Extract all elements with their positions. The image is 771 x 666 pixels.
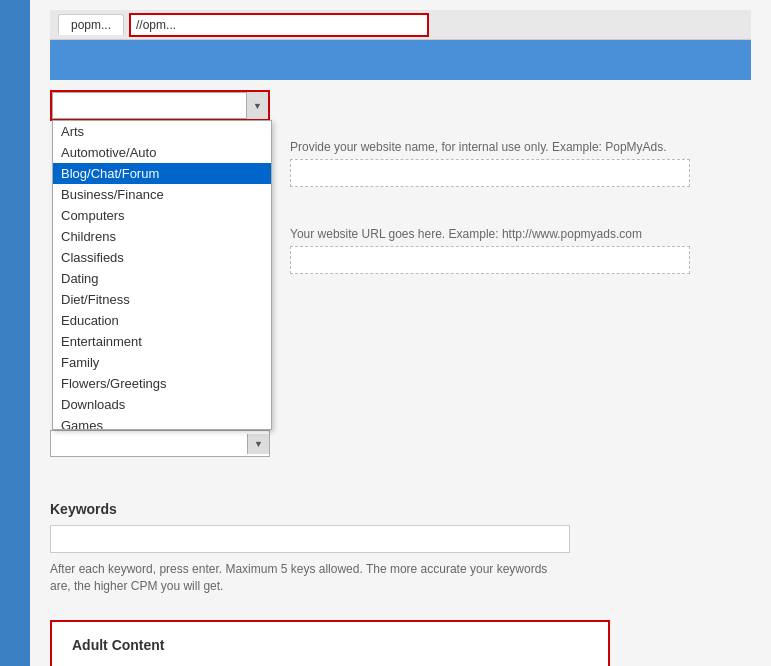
website-url-hint: Your website URL goes here. Example: htt… — [290, 227, 690, 241]
dropdown-option-classifieds[interactable]: Classifieds — [53, 247, 271, 268]
website-url-input-area — [290, 246, 690, 274]
dropdown-option-automotive[interactable]: Automotive/Auto — [53, 142, 271, 163]
category-section: Adult Arts Automotive/Auto Blog/Chat/For… — [50, 90, 751, 121]
secondary-dropdown-input[interactable] — [51, 431, 247, 456]
website-name-hint: Provide your website name, for internal … — [290, 140, 690, 154]
top-header-bar — [50, 40, 751, 80]
keywords-input[interactable] — [50, 525, 570, 553]
secondary-dropdown[interactable]: ▼ — [50, 430, 270, 457]
browser-bar: popm... //opm... — [50, 10, 751, 40]
adult-content-section: Adult Content NO Select if your website … — [50, 620, 610, 666]
dropdown-option-entertainment[interactable]: Entertainment — [53, 331, 271, 352]
keywords-section: Keywords After each keyword, press enter… — [50, 501, 751, 595]
dropdown-option-childrens[interactable]: Childrens — [53, 226, 271, 247]
dropdown-option-business[interactable]: Business/Finance — [53, 184, 271, 205]
secondary-dropdown-arrow[interactable]: ▼ — [247, 434, 269, 454]
sidebar — [0, 0, 30, 666]
dropdown-option-downloads[interactable]: Downloads — [53, 394, 271, 415]
dropdown-option-arts[interactable]: Arts — [53, 121, 271, 142]
dropdown-option-flowers[interactable]: Flowers/Greetings — [53, 373, 271, 394]
dropdown-option-diet[interactable]: Diet/Fitness — [53, 289, 271, 310]
dropdown-option-games[interactable]: Games — [53, 415, 271, 430]
chevron-down-icon: ▼ — [254, 439, 263, 449]
dropdown-option-family[interactable]: Family — [53, 352, 271, 373]
dropdown-option-blog[interactable]: Blog/Chat/Forum — [53, 163, 271, 184]
dropdown-option-computers[interactable]: Computers — [53, 205, 271, 226]
dropdown-option-education[interactable]: Education — [53, 310, 271, 331]
category-dropdown-arrow[interactable] — [246, 92, 268, 119]
address-bar: //opm... — [129, 13, 429, 37]
adult-content-title: Adult Content — [72, 637, 588, 653]
dropdown-option-dating[interactable]: Dating — [53, 268, 271, 289]
keywords-hint: After each keyword, press enter. Maximum… — [50, 561, 570, 595]
category-dropdown-wrapper[interactable]: Adult Arts Automotive/Auto Blog/Chat/For… — [50, 90, 270, 121]
keywords-label: Keywords — [50, 501, 751, 517]
browser-tab[interactable]: popm... — [58, 14, 124, 35]
website-name-input-area — [290, 159, 690, 187]
category-dropdown-input[interactable]: Adult — [53, 93, 267, 118]
content-area: popm... //opm... Adult Arts Automotive/A… — [30, 0, 771, 666]
category-dropdown-list: Arts Automotive/Auto Blog/Chat/Forum Bus… — [52, 120, 272, 430]
website-name-hint-area: Provide your website name, for internal … — [290, 90, 690, 274]
